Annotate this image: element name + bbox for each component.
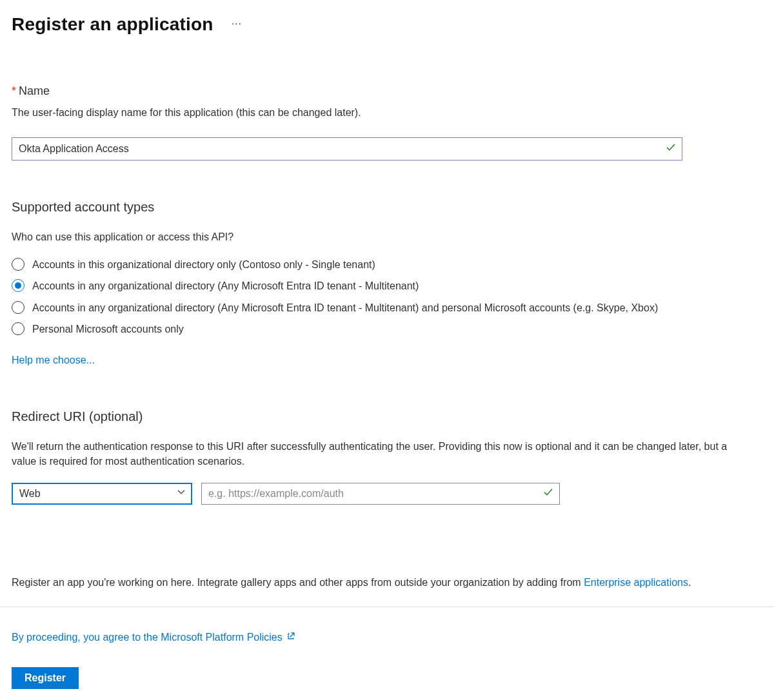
- radio-label: Accounts in any organizational directory…: [32, 300, 658, 315]
- register-button[interactable]: Register: [12, 667, 79, 689]
- radio-icon: [12, 279, 25, 292]
- account-types-question: Who can use this application or access t…: [12, 230, 762, 244]
- radio-label: Personal Microsoft accounts only: [32, 322, 184, 336]
- platform-select-value: Web: [19, 487, 41, 501]
- more-actions-icon[interactable]: ···: [232, 17, 242, 31]
- radio-label: Accounts in this organizational director…: [32, 257, 375, 272]
- app-name-input[interactable]: [12, 137, 682, 160]
- external-link-icon: [286, 632, 295, 645]
- account-type-option-multitenant[interactable]: Accounts in any organizational directory…: [12, 278, 762, 293]
- redirect-uri-heading: Redirect URI (optional): [12, 407, 762, 425]
- redirect-uri-description: We'll return the authentication response…: [12, 440, 734, 469]
- account-type-option-single-tenant[interactable]: Accounts in this organizational director…: [12, 257, 762, 272]
- name-label: *Name: [12, 83, 762, 99]
- enterprise-applications-link[interactable]: Enterprise applications: [584, 577, 688, 588]
- name-description: The user-facing display name for this ap…: [12, 106, 762, 120]
- radio-icon: [12, 301, 25, 314]
- required-asterisk: *: [12, 84, 16, 97]
- platform-select[interactable]: Web: [12, 483, 192, 505]
- page-title: Register an application: [12, 12, 213, 37]
- radio-icon: [12, 322, 25, 335]
- divider: [0, 607, 774, 607]
- enterprise-apps-note: Register an app you're working on here. …: [12, 576, 762, 590]
- account-type-option-multitenant-personal[interactable]: Accounts in any organizational directory…: [12, 300, 762, 315]
- account-type-option-personal-only[interactable]: Personal Microsoft accounts only: [12, 322, 762, 336]
- help-me-choose-link[interactable]: Help me choose...: [12, 353, 95, 367]
- period: .: [688, 577, 691, 588]
- radio-icon: [12, 258, 25, 271]
- platform-policies-link[interactable]: By proceeding, you agree to the Microsof…: [12, 630, 283, 645]
- account-types-heading: Supported account types: [12, 198, 762, 216]
- account-types-radio-group: Accounts in this organizational director…: [12, 257, 762, 336]
- radio-label: Accounts in any organizational directory…: [32, 278, 419, 293]
- redirect-uri-input[interactable]: [201, 483, 560, 505]
